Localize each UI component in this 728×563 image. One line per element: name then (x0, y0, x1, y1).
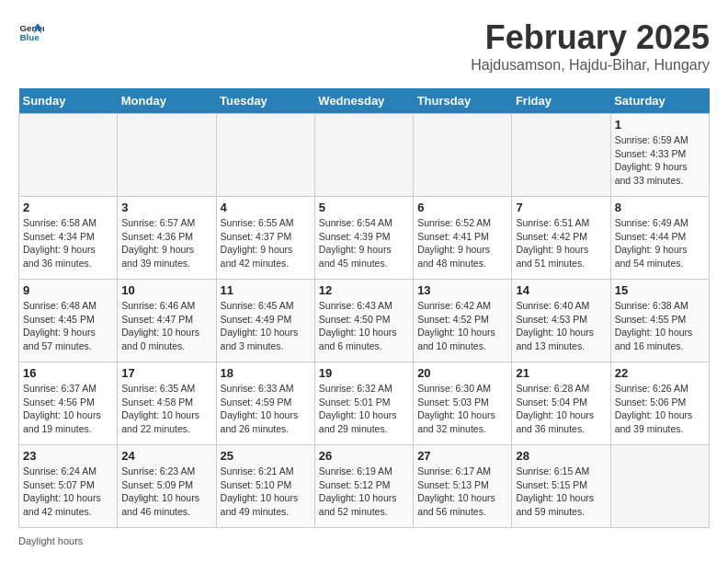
day-of-week-header: Saturday (610, 88, 709, 114)
calendar-cell (314, 114, 413, 197)
header: General Blue February 2025 Hajdusamson, … (18, 18, 710, 74)
day-number: 25 (221, 449, 311, 463)
day-info: Sunrise: 6:15 AM Sunset: 5:15 PM Dayligh… (516, 465, 606, 519)
day-number: 15 (615, 283, 705, 297)
day-number: 20 (417, 366, 507, 380)
footer-note: Daylight hours (18, 535, 710, 546)
day-info: Sunrise: 6:43 AM Sunset: 4:50 PM Dayligh… (319, 299, 409, 353)
day-number: 27 (417, 449, 507, 463)
day-info: Sunrise: 6:59 AM Sunset: 4:33 PM Dayligh… (615, 133, 705, 188)
calendar-table: SundayMondayTuesdayWednesdayThursdayFrid… (18, 88, 710, 528)
calendar-cell: 5Sunrise: 6:54 AM Sunset: 4:39 PM Daylig… (314, 197, 413, 280)
day-info: Sunrise: 6:24 AM Sunset: 5:07 PM Dayligh… (23, 465, 113, 519)
calendar-cell: 13Sunrise: 6:42 AM Sunset: 4:52 PM Dayli… (414, 280, 512, 362)
day-info: Sunrise: 6:52 AM Sunset: 4:41 PM Dayligh… (417, 216, 507, 270)
day-number: 7 (516, 201, 606, 214)
calendar-cell: 2Sunrise: 6:58 AM Sunset: 4:34 PM Daylig… (19, 197, 118, 280)
day-number: 5 (319, 201, 409, 214)
day-number: 3 (121, 201, 211, 214)
day-number: 22 (615, 366, 705, 380)
calendar-week-row: 16Sunrise: 6:37 AM Sunset: 4:56 PM Dayli… (19, 362, 710, 445)
calendar-cell: 6Sunrise: 6:52 AM Sunset: 4:41 PM Daylig… (414, 197, 512, 280)
day-of-week-header: Tuesday (216, 88, 314, 114)
day-info: Sunrise: 6:17 AM Sunset: 5:13 PM Dayligh… (417, 465, 507, 519)
day-number: 9 (23, 283, 113, 297)
title-area: February 2025 Hajdusamson, Hajdu-Bihar, … (471, 18, 710, 74)
day-info: Sunrise: 6:19 AM Sunset: 5:12 PM Dayligh… (319, 465, 409, 519)
calendar-cell: 18Sunrise: 6:33 AM Sunset: 4:59 PM Dayli… (216, 362, 314, 445)
day-number: 21 (516, 366, 606, 380)
calendar-cell (19, 114, 118, 197)
day-info: Sunrise: 6:33 AM Sunset: 4:59 PM Dayligh… (221, 382, 311, 436)
day-info: Sunrise: 6:23 AM Sunset: 5:09 PM Dayligh… (121, 465, 211, 519)
calendar-week-row: 2Sunrise: 6:58 AM Sunset: 4:34 PM Daylig… (19, 197, 710, 280)
day-info: Sunrise: 6:49 AM Sunset: 4:44 PM Dayligh… (615, 216, 705, 270)
day-number: 8 (615, 201, 705, 214)
month-title: February 2025 (471, 18, 710, 57)
location-title: Hajdusamson, Hajdu-Bihar, Hungary (471, 57, 710, 74)
calendar-cell: 24Sunrise: 6:23 AM Sunset: 5:09 PM Dayli… (118, 445, 216, 528)
calendar-cell: 17Sunrise: 6:35 AM Sunset: 4:58 PM Dayli… (118, 362, 216, 445)
day-of-week-header: Friday (512, 88, 610, 114)
day-number: 18 (221, 366, 311, 380)
day-number: 23 (23, 449, 113, 463)
day-number: 26 (319, 449, 409, 463)
calendar-cell: 21Sunrise: 6:28 AM Sunset: 5:04 PM Dayli… (512, 362, 610, 445)
day-info: Sunrise: 6:51 AM Sunset: 4:42 PM Dayligh… (516, 216, 606, 270)
calendar-cell (512, 114, 610, 197)
calendar-week-row: 1Sunrise: 6:59 AM Sunset: 4:33 PM Daylig… (19, 114, 710, 197)
calendar-header-row: SundayMondayTuesdayWednesdayThursdayFrid… (19, 88, 710, 114)
calendar-cell: 22Sunrise: 6:26 AM Sunset: 5:06 PM Dayli… (610, 362, 709, 445)
calendar-cell: 11Sunrise: 6:45 AM Sunset: 4:49 PM Dayli… (216, 280, 314, 362)
calendar-cell: 20Sunrise: 6:30 AM Sunset: 5:03 PM Dayli… (414, 362, 512, 445)
calendar-cell: 8Sunrise: 6:49 AM Sunset: 4:44 PM Daylig… (610, 197, 709, 280)
day-number: 2 (23, 201, 113, 214)
calendar-cell: 7Sunrise: 6:51 AM Sunset: 4:42 PM Daylig… (512, 197, 610, 280)
day-number: 6 (417, 201, 507, 214)
calendar-week-row: 23Sunrise: 6:24 AM Sunset: 5:07 PM Dayli… (19, 445, 710, 528)
day-info: Sunrise: 6:40 AM Sunset: 4:53 PM Dayligh… (516, 299, 606, 353)
calendar-cell: 9Sunrise: 6:48 AM Sunset: 4:45 PM Daylig… (19, 280, 118, 362)
day-info: Sunrise: 6:55 AM Sunset: 4:37 PM Dayligh… (221, 216, 311, 270)
day-info: Sunrise: 6:48 AM Sunset: 4:45 PM Dayligh… (23, 299, 113, 353)
day-of-week-header: Thursday (414, 88, 512, 114)
calendar-cell: 16Sunrise: 6:37 AM Sunset: 4:56 PM Dayli… (19, 362, 118, 445)
day-of-week-header: Wednesday (314, 88, 413, 114)
day-number: 17 (121, 366, 211, 380)
day-number: 14 (516, 283, 606, 297)
day-info: Sunrise: 6:45 AM Sunset: 4:49 PM Dayligh… (221, 299, 311, 353)
day-number: 24 (121, 449, 211, 463)
day-number: 13 (417, 283, 507, 297)
day-info: Sunrise: 6:30 AM Sunset: 5:03 PM Dayligh… (417, 382, 507, 436)
logo: General Blue (18, 18, 44, 44)
calendar-week-row: 9Sunrise: 6:48 AM Sunset: 4:45 PM Daylig… (19, 280, 710, 362)
calendar-cell: 27Sunrise: 6:17 AM Sunset: 5:13 PM Dayli… (414, 445, 512, 528)
day-info: Sunrise: 6:32 AM Sunset: 5:01 PM Dayligh… (319, 382, 409, 436)
day-info: Sunrise: 6:46 AM Sunset: 4:47 PM Dayligh… (121, 299, 211, 353)
day-number: 4 (221, 201, 311, 214)
calendar-cell (216, 114, 314, 197)
calendar-cell: 10Sunrise: 6:46 AM Sunset: 4:47 PM Dayli… (118, 280, 216, 362)
day-info: Sunrise: 6:58 AM Sunset: 4:34 PM Dayligh… (23, 216, 113, 270)
day-number: 11 (221, 283, 311, 297)
calendar-cell: 15Sunrise: 6:38 AM Sunset: 4:55 PM Dayli… (610, 280, 709, 362)
day-info: Sunrise: 6:38 AM Sunset: 4:55 PM Dayligh… (615, 299, 705, 353)
svg-text:Blue: Blue (19, 32, 40, 42)
calendar-cell: 1Sunrise: 6:59 AM Sunset: 4:33 PM Daylig… (610, 114, 709, 197)
day-number: 10 (121, 283, 211, 297)
day-info: Sunrise: 6:28 AM Sunset: 5:04 PM Dayligh… (516, 382, 606, 436)
calendar-cell: 12Sunrise: 6:43 AM Sunset: 4:50 PM Dayli… (314, 280, 413, 362)
calendar-cell: 25Sunrise: 6:21 AM Sunset: 5:10 PM Dayli… (216, 445, 314, 528)
calendar-cell: 26Sunrise: 6:19 AM Sunset: 5:12 PM Dayli… (314, 445, 413, 528)
day-info: Sunrise: 6:42 AM Sunset: 4:52 PM Dayligh… (417, 299, 507, 353)
daylight-hours-label: Daylight hours (18, 535, 83, 546)
calendar-cell: 14Sunrise: 6:40 AM Sunset: 4:53 PM Dayli… (512, 280, 610, 362)
calendar-cell: 23Sunrise: 6:24 AM Sunset: 5:07 PM Dayli… (19, 445, 118, 528)
calendar-cell (610, 445, 709, 528)
day-of-week-header: Sunday (19, 88, 118, 114)
day-info: Sunrise: 6:57 AM Sunset: 4:36 PM Dayligh… (121, 216, 211, 270)
day-info: Sunrise: 6:37 AM Sunset: 4:56 PM Dayligh… (23, 382, 113, 436)
day-number: 16 (23, 366, 113, 380)
day-info: Sunrise: 6:26 AM Sunset: 5:06 PM Dayligh… (615, 382, 705, 436)
day-number: 1 (615, 118, 705, 132)
